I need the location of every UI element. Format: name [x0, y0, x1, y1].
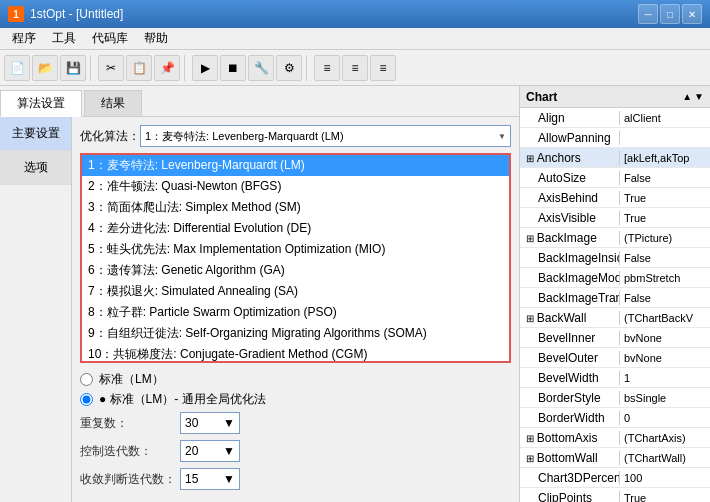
prop-row-19[interactable]: ClipPointsTrue: [520, 488, 710, 502]
prop-expand-icon-2[interactable]: ⊞: [526, 153, 537, 164]
prop-expand-icon-6[interactable]: ⊞: [526, 233, 537, 244]
algo-item-3[interactable]: 4：差分进化法: Differential Evolution (DE): [82, 218, 509, 239]
radio-universal-label: ● 标准（LM）- 通用全局优化法: [99, 391, 266, 408]
prop-row-10[interactable]: ⊞ BackWall(TChartBackV: [520, 308, 710, 328]
prop-name-text-5: AxisVisible: [538, 211, 596, 225]
prop-row-1[interactable]: AllowPanning: [520, 128, 710, 148]
prop-row-18[interactable]: Chart3DPercent100: [520, 468, 710, 488]
close-button[interactable]: ✕: [682, 4, 702, 24]
prop-name-2: ⊞ Anchors: [520, 151, 620, 165]
save-button[interactable]: 💾: [60, 55, 86, 81]
prop-name-8: BackImageMod: [520, 271, 620, 285]
prop-row-0[interactable]: AlignalClient: [520, 108, 710, 128]
prop-expand-icon-10[interactable]: ⊞: [526, 313, 537, 324]
algo-item-8[interactable]: 9：自组织迁徙法: Self-Organizing Migrating Algo…: [82, 323, 509, 344]
open-button[interactable]: 📂: [32, 55, 58, 81]
prop-row-2[interactable]: ⊞ Anchors[akLeft,akTop: [520, 148, 710, 168]
prop-scroll-down[interactable]: ▼: [694, 91, 704, 102]
algo-item-7[interactable]: 8：粒子群: Particle Swarm Optimization (PSO): [82, 302, 509, 323]
prop-row-12[interactable]: BevelOuterbvNone: [520, 348, 710, 368]
radio-standard-row: 标准（LM）: [80, 371, 511, 388]
minimize-button[interactable]: ─: [638, 4, 658, 24]
prop-name-10: ⊞ BackWall: [520, 311, 620, 325]
stop-button[interactable]: ⏹: [220, 55, 246, 81]
tool-btn-5[interactable]: ≡: [314, 55, 340, 81]
maximize-button[interactable]: □: [660, 4, 680, 24]
menu-help[interactable]: 帮助: [136, 28, 176, 49]
new-button[interactable]: 📄: [4, 55, 30, 81]
algo-item-4[interactable]: 5：蛙头优先法: Max Implementation Optimization…: [82, 239, 509, 260]
window-controls[interactable]: ─ □ ✕: [638, 4, 702, 24]
prop-name-3: AutoSize: [520, 171, 620, 185]
prop-scroll-up[interactable]: ▲: [682, 91, 692, 102]
param-select-0[interactable]: 30 ▼: [180, 412, 240, 434]
prop-name-4: AxisBehind: [520, 191, 620, 205]
algo-item-5[interactable]: 6：遗传算法: Genetic Algorithm (GA): [82, 260, 509, 281]
prop-row-13[interactable]: BevelWidth1: [520, 368, 710, 388]
property-grid: AlignalClientAllowPanning⊞ Anchors[akLef…: [520, 108, 710, 502]
copy-button[interactable]: 📋: [126, 55, 152, 81]
prop-row-9[interactable]: BackImageTranFalse: [520, 288, 710, 308]
param-select-2[interactable]: 15 ▼: [180, 468, 240, 490]
prop-name-9: BackImageTran: [520, 291, 620, 305]
algo-item-2[interactable]: 3：简面体爬山法: Simplex Method (SM): [82, 197, 509, 218]
tool-btn-7[interactable]: ≡: [370, 55, 396, 81]
param-select-1[interactable]: 20 ▼: [180, 440, 240, 462]
prop-name-text-9: BackImageTran: [538, 291, 620, 305]
prop-row-15[interactable]: BorderWidth0: [520, 408, 710, 428]
prop-value-19: True: [620, 492, 710, 503]
param-row-2: 收敛判断迭代数： 15 ▼: [80, 468, 511, 490]
prop-row-16[interactable]: ⊞ BottomAxis(TChartAxis): [520, 428, 710, 448]
menu-program[interactable]: 程序: [4, 28, 44, 49]
prop-row-14[interactable]: BorderStylebsSingle: [520, 388, 710, 408]
prop-name-13: BevelWidth: [520, 371, 620, 385]
prop-row-4[interactable]: AxisBehindTrue: [520, 188, 710, 208]
algorithm-listbox[interactable]: 1：麦夸特法: Levenberg-Marquardt (LM) 2：准牛顿法:…: [80, 153, 511, 363]
prop-row-3[interactable]: AutoSizeFalse: [520, 168, 710, 188]
menu-tools[interactable]: 工具: [44, 28, 84, 49]
prop-expand-icon-17[interactable]: ⊞: [526, 453, 537, 464]
algorithm-combobox[interactable]: 1：麦夸特法: Levenberg-Marquardt (LM) ▼: [140, 125, 511, 147]
prop-row-11[interactable]: BevelInnerbvNone: [520, 328, 710, 348]
prop-row-6[interactable]: ⊞ BackImage(TPicture): [520, 228, 710, 248]
param-arrow-0: ▼: [223, 416, 235, 430]
prop-name-1: AllowPanning: [520, 131, 620, 145]
prop-name-text-11: BevelInner: [538, 331, 595, 345]
radio-universal[interactable]: [80, 393, 93, 406]
prop-name-12: BevelOuter: [520, 351, 620, 365]
right-panel: Chart ▲ ▼ AlignalClientAllowPanning⊞ Anc…: [520, 86, 710, 502]
algo-item-9[interactable]: 10：共轭梯度法: Conjugate-Gradient Method (CGM…: [82, 344, 509, 363]
tab-algorithm-settings[interactable]: 算法设置: [0, 90, 82, 117]
prop-name-text-6: BackImage: [537, 231, 597, 245]
app-icon: 1: [8, 6, 24, 22]
prop-row-8[interactable]: BackImageModpbmStretch: [520, 268, 710, 288]
run-button[interactable]: ▶: [192, 55, 218, 81]
prop-name-text-16: BottomAxis: [537, 431, 598, 445]
tab-results[interactable]: 结果: [84, 90, 142, 116]
algo-item-6[interactable]: 7：模拟退火: Simulated Annealing (SA): [82, 281, 509, 302]
prop-row-5[interactable]: AxisVisibleTrue: [520, 208, 710, 228]
algorithm-selected-text: 1：麦夸特法: Levenberg-Marquardt (LM): [145, 129, 344, 144]
prop-row-7[interactable]: BackImageInsidFalse: [520, 248, 710, 268]
menu-codelib[interactable]: 代码库: [84, 28, 136, 49]
prop-row-17[interactable]: ⊞ BottomWall(TChartWall): [520, 448, 710, 468]
tool-btn-3[interactable]: 🔧: [248, 55, 274, 81]
prop-name-11: BevelInner: [520, 331, 620, 345]
param-row-1: 控制迭代数： 20 ▼: [80, 440, 511, 462]
radio-standard[interactable]: [80, 373, 93, 386]
param-label-2: 收敛判断迭代数：: [80, 471, 180, 488]
radio-section: 标准（LM） ● 标准（LM）- 通用全局优化法: [80, 371, 511, 408]
tool-btn-6[interactable]: ≡: [342, 55, 368, 81]
nav-options[interactable]: 选项: [0, 151, 71, 185]
paste-button[interactable]: 📌: [154, 55, 180, 81]
algo-item-0[interactable]: 1：麦夸特法: Levenberg-Marquardt (LM): [82, 155, 509, 176]
param-value-1: 20: [185, 444, 198, 458]
prop-name-text-1: AllowPanning: [538, 131, 611, 145]
prop-expand-icon-16[interactable]: ⊞: [526, 433, 537, 444]
algo-item-1[interactable]: 2：准牛顿法: Quasi-Newton (BFGS): [82, 176, 509, 197]
cut-button[interactable]: ✂: [98, 55, 124, 81]
toolbar-separator-1: [90, 55, 94, 81]
tool-btn-4[interactable]: ⚙: [276, 55, 302, 81]
prop-value-3: False: [620, 172, 710, 184]
nav-main-settings[interactable]: 主要设置: [0, 117, 71, 151]
